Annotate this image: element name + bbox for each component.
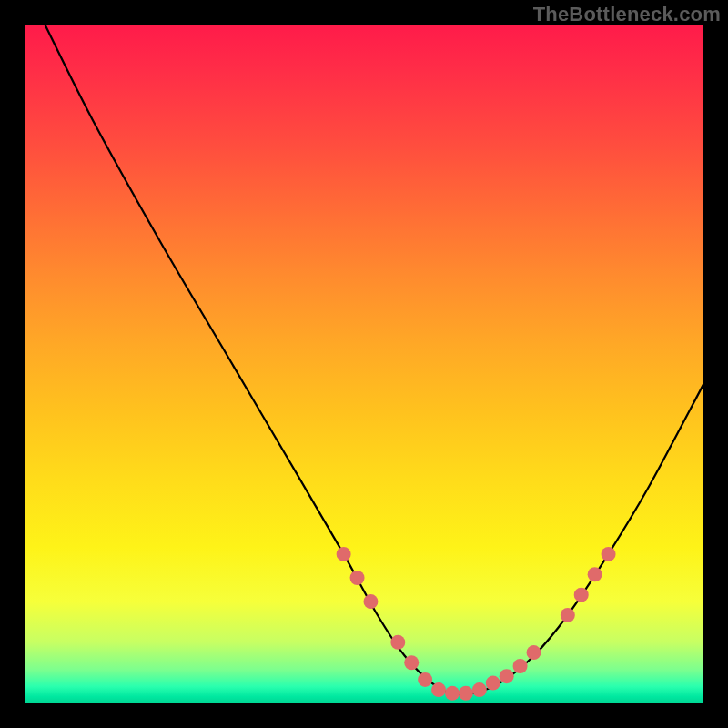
highlight-dot xyxy=(459,686,473,701)
highlight-dot xyxy=(337,547,351,561)
highlight-dot xyxy=(431,682,446,697)
highlight-dot xyxy=(527,645,541,660)
highlight-dot xyxy=(363,594,378,609)
highlight-dot xyxy=(500,669,514,683)
bottleneck-curve xyxy=(45,25,703,694)
watermark-text: TheBottleneck.com xyxy=(533,3,721,26)
highlight-dot xyxy=(418,672,432,687)
highlight-dot xyxy=(390,635,405,650)
highlight-dot xyxy=(574,588,589,602)
highlight-markers xyxy=(337,547,616,701)
highlight-dot xyxy=(588,567,602,581)
highlight-dot xyxy=(513,659,528,673)
highlight-dot xyxy=(472,682,487,697)
highlight-dot xyxy=(404,655,419,670)
highlight-dot xyxy=(561,608,575,622)
highlight-dot xyxy=(486,676,500,691)
highlight-dot xyxy=(350,571,365,585)
highlight-dot xyxy=(602,547,616,561)
chart-frame: TheBottleneck.com xyxy=(0,0,728,728)
highlight-dot xyxy=(445,686,460,701)
chart-svg xyxy=(25,25,703,703)
